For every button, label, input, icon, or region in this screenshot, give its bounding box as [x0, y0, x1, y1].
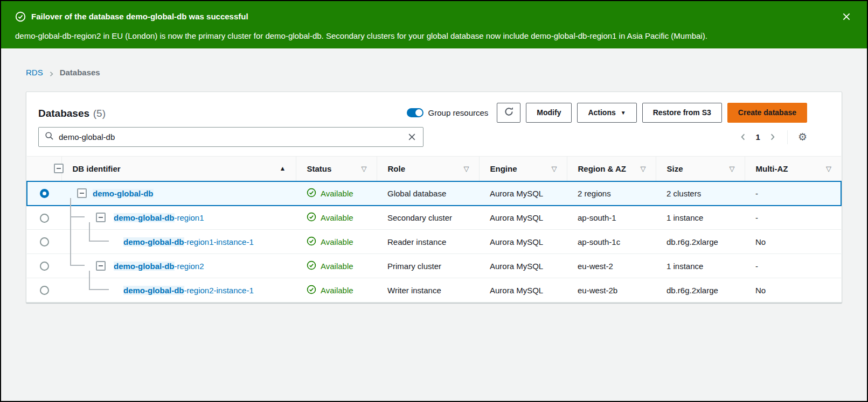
- expand-toggle-icon[interactable]: [77, 188, 87, 198]
- region-az-cell: 2 regions: [567, 181, 656, 206]
- column-label: Status: [307, 164, 332, 173]
- breadcrumb: RDS Databases: [26, 68, 842, 77]
- filter-icon[interactable]: ▽: [464, 165, 469, 173]
- multi-az-cell: -: [745, 181, 841, 206]
- filter-icon[interactable]: ▽: [826, 165, 831, 173]
- db-identifier-link[interactable]: demo-global-db: [93, 189, 154, 198]
- row-radio[interactable]: [40, 189, 49, 198]
- role-cell: Secondary cluster: [377, 206, 479, 230]
- tree-line: [89, 289, 109, 290]
- role-cell: Primary cluster: [377, 254, 479, 278]
- tree-line: [70, 216, 85, 217]
- column-label: Region & AZ: [578, 164, 626, 173]
- row-radio[interactable]: [40, 214, 49, 223]
- refresh-button[interactable]: [497, 103, 520, 123]
- group-resources-label: Group resources: [428, 108, 489, 117]
- expand-toggle-icon[interactable]: [96, 261, 106, 271]
- role-cell: Global database: [377, 181, 479, 206]
- filter-icon[interactable]: ▽: [641, 165, 646, 173]
- db-identifier-link[interactable]: demo-global-db-region2: [114, 262, 204, 271]
- banner-title: Failover of the database demo-global-db …: [31, 11, 248, 23]
- banner-close-icon[interactable]: [841, 12, 852, 23]
- size-cell: db.r6g.2xlarge: [656, 278, 745, 302]
- size-cell: 1 instance: [656, 206, 745, 230]
- page-content: RDS Databases Databases (5) Group resour…: [1, 68, 867, 303]
- status-text: Available: [321, 286, 353, 295]
- available-status-icon: [307, 285, 316, 296]
- panel-count: (5): [93, 108, 106, 119]
- column-header-size[interactable]: Size▽: [656, 157, 745, 181]
- table-row[interactable]: demo-global-db-region1-instance-1Availab…: [27, 230, 841, 254]
- row-radio[interactable]: [40, 237, 49, 246]
- search-input[interactable]: [59, 132, 407, 142]
- region-az-cell: ap-south-1: [567, 206, 656, 230]
- search-clear-icon[interactable]: [407, 132, 416, 142]
- gear-icon[interactable]: ⚙: [798, 132, 807, 142]
- size-cell: 2 clusters: [656, 181, 745, 206]
- current-page[interactable]: 1: [756, 132, 760, 142]
- column-label: Role: [388, 164, 406, 173]
- multi-az-cell: No: [745, 230, 841, 254]
- table-row[interactable]: demo-global-db-region2AvailablePrimary c…: [27, 254, 841, 278]
- status-text: Available: [321, 213, 353, 222]
- table-row[interactable]: demo-global-dbAvailableGlobal databaseAu…: [27, 181, 841, 206]
- column-header-db-identifier[interactable]: DB identifier▲: [61, 157, 296, 181]
- status-text: Available: [321, 262, 353, 271]
- column-label: DB identifier: [73, 164, 121, 173]
- create-database-button[interactable]: Create database: [727, 103, 807, 123]
- banner-message: demo-global-db-region2 in EU (London) is…: [15, 30, 835, 42]
- table-row[interactable]: demo-global-db-region2-instance-1Availab…: [27, 278, 841, 302]
- tree-line: [89, 222, 90, 242]
- row-radio[interactable]: [40, 286, 49, 295]
- selection-column-header: [27, 157, 61, 181]
- collapse-all-icon[interactable]: [54, 164, 64, 173]
- sort-ascending-icon[interactable]: ▲: [280, 165, 286, 172]
- column-header-engine[interactable]: Engine▽: [479, 157, 567, 181]
- engine-cell: Aurora MySQL: [479, 278, 567, 302]
- search-icon: [45, 131, 54, 143]
- column-header-status[interactable]: Status▽: [296, 157, 377, 181]
- filter-icon[interactable]: ▽: [730, 165, 735, 173]
- table-header-row: DB identifier▲Status▽Role▽Engine▽Region …: [27, 157, 841, 181]
- db-identifier-link[interactable]: demo-global-db-region1-instance-1: [123, 237, 254, 246]
- breadcrumb-rds-link[interactable]: RDS: [26, 68, 43, 77]
- column-label: Multi-AZ: [756, 164, 788, 173]
- db-identifier-link[interactable]: demo-global-db-region1: [114, 213, 204, 222]
- table-row[interactable]: demo-global-db-region1AvailableSecondary…: [27, 206, 841, 230]
- filter-icon[interactable]: ▽: [552, 165, 557, 173]
- app-window: Failover of the database demo-global-db …: [0, 0, 868, 402]
- actions-button[interactable]: Actions ▼: [577, 103, 636, 123]
- db-identifier-link[interactable]: demo-global-db-region2-instance-1: [123, 286, 254, 295]
- engine-cell: Aurora MySQL: [479, 206, 567, 230]
- breadcrumb-current: Databases: [60, 68, 100, 77]
- restore-from-s3-button[interactable]: Restore from S3: [642, 103, 722, 123]
- modify-button[interactable]: Modify: [526, 103, 572, 123]
- toggle-on-icon[interactable]: [407, 108, 423, 117]
- tree-line: [89, 241, 109, 242]
- filter-icon[interactable]: ▽: [362, 165, 367, 173]
- expand-toggle-icon[interactable]: [96, 213, 106, 222]
- databases-panel: Databases (5) Group resources Modify: [26, 91, 842, 303]
- search-box[interactable]: [38, 127, 423, 147]
- available-status-icon: [307, 236, 316, 248]
- column-header-role[interactable]: Role▽: [377, 157, 479, 181]
- next-page-icon[interactable]: [768, 133, 777, 142]
- region-az-cell: ap-south-1c: [567, 230, 656, 254]
- column-header-multi-az[interactable]: Multi-AZ▽: [745, 157, 841, 181]
- column-label: Engine: [490, 164, 517, 173]
- engine-cell: Aurora MySQL: [479, 181, 567, 206]
- row-radio[interactable]: [40, 262, 49, 271]
- group-resources-toggle[interactable]: Group resources: [407, 108, 489, 117]
- multi-az-cell: No: [745, 278, 841, 302]
- pagination: 1 ⚙: [739, 130, 807, 144]
- available-status-icon: [307, 188, 316, 199]
- size-cell: db.r6g.2xlarge: [656, 230, 745, 254]
- multi-az-cell: -: [745, 254, 841, 278]
- modify-label: Modify: [537, 108, 561, 117]
- engine-cell: Aurora MySQL: [479, 254, 567, 278]
- restore-label: Restore from S3: [653, 108, 711, 117]
- column-header-region-az[interactable]: Region & AZ▽: [567, 157, 656, 181]
- status-text: Available: [321, 189, 353, 198]
- success-banner: Failover of the database demo-global-db …: [1, 1, 867, 48]
- prev-page-icon[interactable]: [739, 133, 748, 142]
